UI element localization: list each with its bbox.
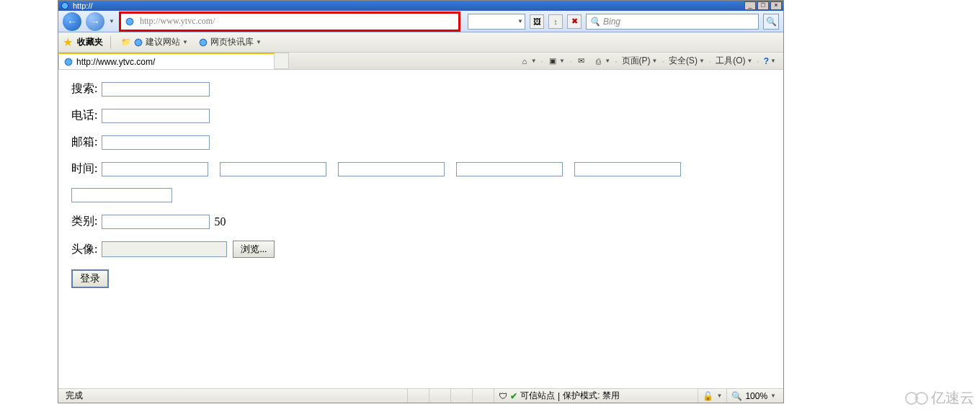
tools-menu[interactable]: 工具(O) ▼ (713, 53, 755, 68)
status-empty-4 (472, 389, 494, 403)
search-icon: 🔍 (589, 17, 600, 27)
chevron-down-icon: ▼ (256, 39, 262, 45)
browse-button[interactable]: 浏览... (233, 241, 275, 258)
row-category: 类别: 50 (71, 214, 770, 229)
input-time-3[interactable] (338, 162, 445, 176)
mail-icon: ✉ (576, 56, 586, 66)
status-zone: 🛡 ✔ 可信站点 | 保护模式: 禁用 (494, 389, 698, 403)
page-menu[interactable]: 页面(P) ▼ (619, 53, 661, 68)
title-bar: http:// _ □ × (58, 1, 783, 11)
row-extra (71, 188, 770, 202)
favorites-star-icon[interactable]: ★ (63, 35, 73, 49)
mail-button[interactable]: ✉ (573, 55, 589, 68)
status-popup[interactable]: 🔓▼ (698, 389, 726, 403)
back-button[interactable]: ← (63, 12, 81, 31)
nav-history-dropdown[interactable]: ▼ (109, 18, 115, 24)
compat-view-icon[interactable]: 🖼 (530, 14, 544, 29)
search-box[interactable]: 🔍 Bing (586, 14, 759, 30)
status-empty-1 (407, 389, 429, 403)
watermark: 亿速云 (905, 388, 974, 408)
input-category[interactable] (102, 215, 210, 229)
fav-suggested-sites[interactable]: 📁 建议网站 ▼ (118, 35, 191, 50)
input-time-5[interactable] (574, 162, 681, 176)
minimize-button[interactable]: _ (744, 1, 756, 10)
menu-label: 安全(S) (669, 55, 698, 67)
label-time: 时间: (71, 161, 97, 176)
folder-icon: 📁 (121, 37, 131, 48)
watermark-text: 亿速云 (931, 388, 974, 408)
rss-button[interactable]: ▣▼ (545, 55, 568, 68)
input-time-2[interactable] (220, 162, 326, 176)
input-time-1[interactable] (102, 162, 208, 176)
zoom-value: 100% (745, 391, 767, 401)
input-extra[interactable] (71, 188, 172, 202)
help-icon: ? (764, 56, 769, 66)
status-empty-3 (450, 389, 472, 403)
label-email: 邮箱: (71, 135, 97, 150)
status-done: 完成 (61, 389, 407, 403)
ie-window: http:// _ □ × ← → ▼ ▼ 🖼 ↕ ✖ 🔍 Bing 🔍 ★ 收… (58, 0, 784, 403)
ie-logo-icon (60, 1, 70, 11)
forward-button[interactable]: → (86, 12, 104, 31)
search-go-button[interactable]: 🔍 (763, 14, 779, 30)
watermark-icon (915, 392, 928, 405)
menu-label: 页面(P) (622, 55, 651, 67)
fav-item-label: 建议网站 (146, 36, 180, 48)
favorites-label: 收藏夹 (77, 36, 103, 48)
page-content: 搜索: 电话: 邮箱: 时间: 类别: 50 头像: (58, 70, 783, 388)
home-icon: ⌂ (520, 56, 530, 66)
refresh-icon[interactable]: ↕ (548, 14, 563, 29)
protect-text: 保护模式: 禁用 (563, 390, 620, 402)
check-icon: ✔ (510, 391, 517, 401)
rss-icon: ▣ (548, 56, 558, 66)
favorites-bar: ★ 收藏夹 📁 建议网站 ▼ 网页快讯库 ▼ (58, 32, 783, 53)
zoom-icon: 🔍 (731, 391, 742, 401)
row-avatar: 头像: 浏览... (71, 241, 770, 258)
help-button[interactable]: ?▼ (761, 55, 779, 68)
page-icon (124, 16, 135, 27)
submit-button[interactable]: 登录 (71, 269, 109, 288)
label-phone: 电话: (71, 108, 97, 123)
menu-label: 工具(O) (716, 55, 745, 67)
shield-icon: 🛡 (499, 391, 507, 401)
maximize-button[interactable]: □ (757, 1, 769, 10)
print-button[interactable]: ⎙▼ (590, 55, 613, 68)
address-bar-highlighted (119, 12, 460, 32)
title-text: http:// (73, 1, 93, 10)
tab-active[interactable]: http://www.ytvc.com/ (58, 53, 275, 69)
tab-title: http://www.ytvc.com/ (76, 57, 155, 67)
status-empty-2 (429, 389, 450, 403)
input-search[interactable] (102, 82, 210, 97)
label-avatar: 头像: (71, 242, 97, 257)
file-path-display[interactable] (102, 241, 227, 257)
ie-icon (198, 37, 208, 48)
label-search: 搜索: (71, 81, 97, 97)
fav-item-label: 网页快讯库 (210, 36, 254, 48)
input-email[interactable] (102, 135, 210, 150)
close-button[interactable]: × (770, 1, 782, 10)
safety-menu[interactable]: 安全(S) ▼ (666, 53, 708, 68)
ie-icon (133, 37, 143, 48)
status-bar: 完成 🛡 ✔ 可信站点 | 保护模式: 禁用 🔓▼ 🔍 100% ▼ (58, 388, 783, 403)
search-placeholder: Bing (603, 17, 620, 27)
status-zoom[interactable]: 🔍 100% ▼ (726, 389, 780, 403)
trusted-text: 可信站点 (520, 390, 555, 402)
tab-bar: http://www.ytvc.com/ ⌂▼ · ▣▼ · ✉ ⎙▼ · 页面… (58, 53, 783, 70)
stop-icon[interactable]: ✖ (567, 14, 582, 29)
input-time-4[interactable] (456, 162, 563, 176)
category-suffix: 50 (214, 215, 226, 228)
address-input[interactable] (138, 14, 458, 30)
input-phone[interactable] (102, 109, 210, 123)
ie-icon (63, 57, 74, 67)
row-time: 时间: (71, 161, 770, 176)
address-dropdown[interactable]: ▼ (468, 14, 525, 30)
fav-web-slices[interactable]: 网页快讯库 ▼ (195, 35, 264, 50)
label-category: 类别: (71, 214, 97, 229)
window-buttons: _ □ × (744, 1, 782, 10)
row-submit: 登录 (71, 269, 770, 288)
new-tab-button[interactable] (275, 53, 289, 69)
separator: | (558, 391, 560, 401)
nav-bar: ← → ▼ ▼ 🖼 ↕ ✖ 🔍 Bing 🔍 (58, 11, 783, 32)
home-button[interactable]: ⌂▼ (517, 55, 540, 68)
chevron-down-icon: ▼ (770, 393, 776, 399)
